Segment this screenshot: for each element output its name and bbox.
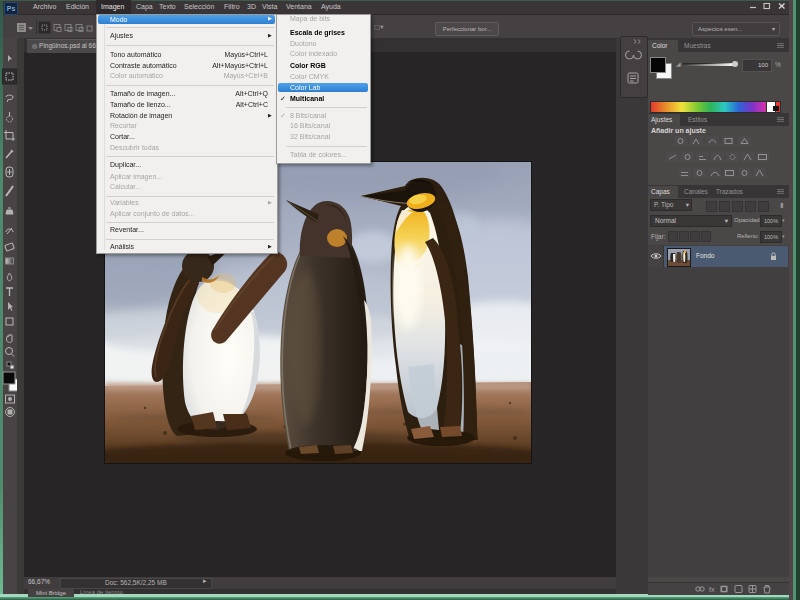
svg-text:fx: fx [709, 586, 715, 593]
